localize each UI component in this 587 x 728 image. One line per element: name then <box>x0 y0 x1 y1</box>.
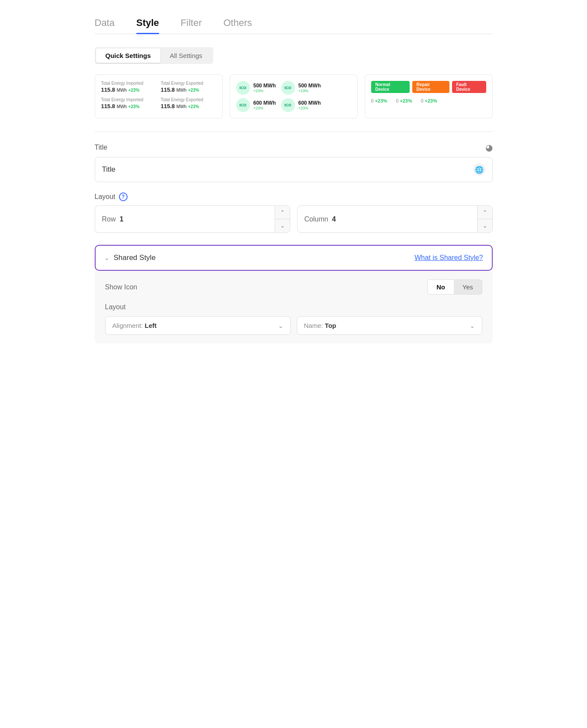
preview-card-1: Total Energy Imported 115.8 MWh +23% Tot… <box>95 74 223 119</box>
title-section-header: Title ◕ <box>95 142 493 153</box>
tab-data[interactable]: Data <box>95 17 115 34</box>
eye-icon[interactable]: ◕ <box>485 142 493 153</box>
metric-4: Total Energy Exported 115.8 MWh +23% <box>161 97 216 109</box>
layout-dropdowns: Alignment: Left ⌄ Name: Top ⌄ <box>105 316 482 335</box>
quick-settings-button[interactable]: Quick Settings <box>96 48 160 63</box>
divider-1 <box>95 131 493 132</box>
layout-sub-section: Layout Alignment: Left ⌄ Name: Top ⌄ <box>105 303 482 335</box>
icon-metric-1: ICO 500 MWh +23% <box>236 81 276 95</box>
title-value: Title <box>102 165 116 174</box>
icon-metric-2: ICO 500 MWh +23% <box>281 81 321 95</box>
title-label: Title <box>95 144 108 151</box>
shared-style-box[interactable]: ⌄ Shared Style What is Shared Style? <box>95 245 493 271</box>
preview-cards-container: Total Energy Imported 115.8 MWh +23% Tot… <box>95 74 493 119</box>
preview-card-3: Normal Device Repair Device Fault Device… <box>365 74 493 119</box>
settings-section: Show Icon No Yes Layout Alignment: Left … <box>95 271 493 343</box>
column-decrement[interactable]: ⌄ <box>478 219 492 232</box>
shared-style-link[interactable]: What is Shared Style? <box>414 254 483 262</box>
show-icon-yes-button[interactable]: Yes <box>454 280 481 294</box>
layout-sub-label: Layout <box>105 303 482 311</box>
metric-1: Total Energy Imported 115.8 MWh +23% <box>101 81 157 93</box>
metric-3: Total Energy Imported 115.8 MWh +23% <box>101 97 157 109</box>
layout-label: Layout <box>95 193 115 201</box>
show-icon-row: Show Icon No Yes <box>105 279 482 295</box>
show-icon-toggle: No Yes <box>427 279 482 295</box>
name-dropdown[interactable]: Name: Top ⌄ <box>297 316 482 335</box>
alignment-dropdown[interactable]: Alignment: Left ⌄ <box>105 316 291 335</box>
column-increment[interactable]: ⌃ <box>478 206 492 219</box>
row-stepper: ⌃ ⌄ <box>275 206 290 232</box>
tab-others[interactable]: Others <box>223 17 252 34</box>
row-input[interactable]: Row 1 ⌃ ⌄ <box>95 205 290 233</box>
icon-metric-3: ICO 600 MWh +23% <box>236 98 276 112</box>
row-decrement[interactable]: ⌄ <box>275 219 290 232</box>
settings-panel: Data Style Filter Others Quick Settings … <box>82 9 506 356</box>
column-stepper: ⌃ ⌄ <box>477 206 492 232</box>
preview-card-2: ICO 500 MWh +23% ICO 500 MWh +23% ICO <box>230 74 358 119</box>
tab-filter[interactable]: Filter <box>181 17 202 34</box>
tab-style[interactable]: Style <box>136 17 159 34</box>
chevron-down-icon: ⌄ <box>104 254 109 261</box>
settings-toggle: Quick Settings All Settings <box>95 47 213 64</box>
globe-icon[interactable]: 🌐 <box>473 164 485 176</box>
all-settings-button[interactable]: All Settings <box>160 48 212 63</box>
metric-2: Total Energy Exported 115.8 MWh +23% <box>161 81 216 93</box>
name-chevron-icon: ⌄ <box>470 322 475 329</box>
show-icon-label: Show Icon <box>105 283 138 291</box>
help-icon[interactable]: ? <box>119 192 128 201</box>
row-increment[interactable]: ⌃ <box>275 206 290 219</box>
layout-section-header: Layout ? <box>95 192 493 201</box>
alignment-chevron-icon: ⌄ <box>278 322 283 329</box>
icon-metric-4: ICO 600 MWh +23% <box>281 98 321 112</box>
title-input-wrapper[interactable]: Title 🌐 <box>95 157 493 182</box>
show-icon-no-button[interactable]: No <box>428 280 454 294</box>
tabs-container: Data Style Filter Others <box>95 17 493 34</box>
layout-inputs: Row 1 ⌃ ⌄ Column 4 ⌃ ⌄ <box>95 205 493 233</box>
column-input[interactable]: Column 4 ⌃ ⌄ <box>297 205 493 233</box>
shared-style-label: Shared Style <box>114 253 156 262</box>
